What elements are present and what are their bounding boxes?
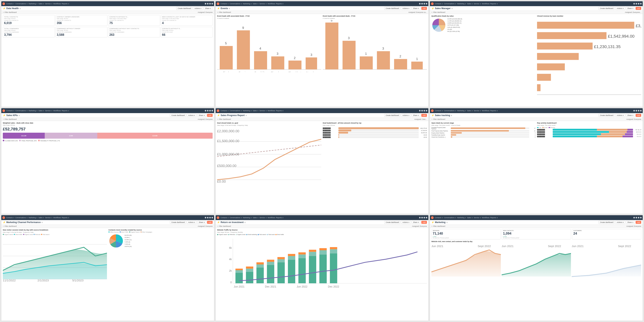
share-btn-4[interactable]: Share ∨ <box>197 114 206 117</box>
create-dashboard-btn-2[interactable]: Create dashboard <box>384 7 400 10</box>
nav-sales-4[interactable]: Sales ∨ <box>38 110 44 112</box>
add-btn-7[interactable]: Add <box>207 221 212 224</box>
share-btn-6[interactable]: Share ∨ <box>626 114 635 117</box>
notifications-icon-6[interactable] <box>640 110 642 112</box>
create-dashboard-btn-8[interactable]: Create dashboard <box>384 221 400 224</box>
actions-btn-1[interactable]: Actions ∨ <box>193 7 203 10</box>
title-chevron-7[interactable]: ∨ <box>41 222 43 224</box>
nav-contacts-5[interactable]: Contacts ∨ <box>220 110 229 112</box>
nav-workflows-8[interactable]: Workflows <box>268 217 275 218</box>
share-btn-2[interactable]: Share ∨ <box>412 7 420 10</box>
nav-reports-3[interactable]: Reports ∨ <box>490 3 498 5</box>
nav-contacts-2[interactable]: Contacts ∨ <box>220 3 229 5</box>
notifications-icon-8[interactable] <box>426 217 427 218</box>
nav-reports-2[interactable]: Reports ∨ <box>276 3 284 5</box>
nav-reports-5[interactable]: Reports ∨ <box>276 110 284 112</box>
filter-label-6[interactable]: Filter dashboard <box>433 118 445 120</box>
nav-workflows-5[interactable]: Workflows <box>268 110 275 112</box>
settings-icon[interactable] <box>209 3 211 4</box>
filter-label-8[interactable]: Filter dashboard <box>219 225 231 227</box>
title-chevron-1[interactable]: ∨ <box>20 8 21 10</box>
nav-marketing-7[interactable]: Marketing ∨ <box>28 217 38 218</box>
nav-contacts-9[interactable]: Contacts ∨ <box>435 217 443 218</box>
search-icon-3[interactable] <box>634 3 635 4</box>
nav-conversations-7[interactable]: Conversations ∨ <box>15 217 28 218</box>
filter-label-3[interactable]: Filter dashboard <box>433 11 445 13</box>
nav-sales-6[interactable]: Sales ∨ <box>467 110 473 112</box>
settings-icon-8[interactable] <box>424 217 425 218</box>
nav-workflows-2[interactable]: Workflows <box>268 3 275 5</box>
nav-conversations-8[interactable]: Conversations ∨ <box>230 217 242 218</box>
actions-btn-6[interactable]: Actions ∨ <box>615 114 625 117</box>
filter-label-4[interactable]: Filter dashboard <box>4 118 16 120</box>
notifications-icon-4[interactable] <box>212 110 213 112</box>
title-chevron-8[interactable]: ∨ <box>244 222 246 224</box>
notifications-icon-3[interactable] <box>640 3 642 4</box>
actions-btn-7[interactable]: Actions ∨ <box>187 221 196 224</box>
nav-reports[interactable]: Reports ∨ <box>62 3 69 5</box>
nav-service-9[interactable]: Service ∨ <box>474 217 481 218</box>
settings-icon-5[interactable] <box>424 110 425 112</box>
nav-reports-6[interactable]: Reports ∨ <box>490 110 498 112</box>
share-btn-8[interactable]: Share ∨ <box>412 221 420 224</box>
add-btn-8[interactable]: Add <box>421 221 427 224</box>
nav-conversations-4[interactable]: Conversations ∨ <box>15 110 28 112</box>
add-btn-2[interactable]: Add <box>421 7 427 10</box>
nav-service-8[interactable]: Service ∨ <box>260 217 267 218</box>
create-dashboard-btn-7[interactable]: Create dashboard <box>170 221 186 224</box>
nav-sales-8[interactable]: Sales ∨ <box>253 217 259 218</box>
add-btn-6[interactable]: Add <box>636 114 641 117</box>
help-icon-9[interactable] <box>636 217 637 218</box>
nav-marketing-3[interactable]: Marketing ∨ <box>457 3 466 5</box>
nav-contacts[interactable]: Contacts ∨ <box>6 3 14 5</box>
nav-sales-5[interactable]: Sales ∨ <box>253 110 259 112</box>
nav-marketing-2[interactable]: Marketing ∨ <box>243 3 252 5</box>
settings-icon-6[interactable] <box>638 110 639 112</box>
nav-marketing-8[interactable]: Marketing ∨ <box>243 217 252 218</box>
filter-label-9[interactable]: Filter dashboard <box>433 225 445 227</box>
help-icon[interactable] <box>207 3 208 4</box>
help-icon-6[interactable] <box>636 110 637 112</box>
actions-btn-5[interactable]: Actions ∨ <box>401 114 411 117</box>
title-chevron-4[interactable]: ∨ <box>18 114 20 116</box>
search-icon-2[interactable] <box>419 3 420 4</box>
settings-icon-3[interactable] <box>638 3 639 4</box>
help-icon-4[interactable] <box>207 110 208 112</box>
nav-workflows[interactable]: Workflows <box>53 3 61 5</box>
actions-btn-3[interactable]: Actions ∨ <box>615 7 625 10</box>
settings-icon-7[interactable] <box>209 217 211 218</box>
nav-reports-9[interactable]: Reports ∨ <box>490 217 498 218</box>
nav-service-6[interactable]: Service ∨ <box>474 110 481 112</box>
help-icon-7[interactable] <box>207 217 208 218</box>
add-btn-4[interactable]: Add <box>207 114 212 117</box>
actions-btn-8[interactable]: Actions ∨ <box>401 221 411 224</box>
add-btn-9[interactable]: Add <box>636 221 641 224</box>
add-btn-3[interactable]: Add <box>636 7 641 10</box>
notifications-icon-7[interactable] <box>212 217 213 218</box>
nav-service-4[interactable]: Service ∨ <box>45 110 52 112</box>
nav-contacts-8[interactable]: Contacts ∨ <box>220 217 229 218</box>
title-chevron-6[interactable]: ∨ <box>451 114 452 116</box>
nav-conversations-9[interactable]: Conversations ∨ <box>444 217 456 218</box>
settings-icon-4[interactable] <box>209 110 211 112</box>
actions-btn-9[interactable]: Actions ∨ <box>615 221 625 224</box>
nav-reports-7[interactable]: Reports ∨ <box>62 217 69 218</box>
settings-icon-2[interactable] <box>424 3 425 4</box>
nav-reports-8[interactable]: Reports ∨ <box>276 217 284 218</box>
notifications-icon[interactable] <box>212 3 213 4</box>
create-dashboard-btn-6[interactable]: Create dashboard <box>598 114 614 117</box>
nav-contacts-4[interactable]: Contacts ∨ <box>6 110 14 112</box>
nav-workflows-7[interactable]: Workflows <box>53 217 61 218</box>
nav-contacts-6[interactable]: Contacts ∨ <box>435 110 443 112</box>
settings-icon-9[interactable] <box>638 217 639 218</box>
search-icon-9[interactable] <box>634 217 635 218</box>
nav-conversations[interactable]: Conversations ∨ <box>15 3 28 5</box>
help-icon-8[interactable] <box>421 217 423 218</box>
nav-conversations-2[interactable]: Conversations ∨ <box>230 3 242 5</box>
search-icon[interactable] <box>205 3 206 4</box>
nav-contacts-7[interactable]: Contacts ∨ <box>6 217 14 218</box>
nav-workflows-6[interactable]: Workflows <box>482 110 490 112</box>
filter-label-5[interactable]: Filter dashboard <box>219 118 231 120</box>
create-dashboard-btn-9[interactable]: Create dashboard <box>598 221 614 224</box>
nav-contacts-3[interactable]: Contacts ∨ <box>435 3 443 5</box>
